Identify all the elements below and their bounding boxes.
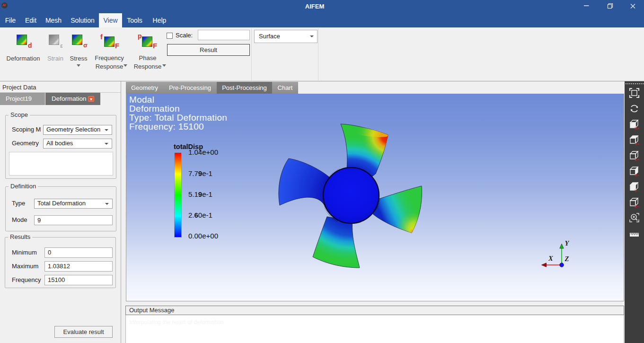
svg-text:Z+: Z+ [635,158,639,161]
svg-text:X−: X− [635,173,639,177]
svg-text:Y+: Y+ [635,142,639,146]
svg-text:Y: Y [565,239,570,247]
svg-text:Y−: Y− [635,189,639,193]
svg-text:X+: X+ [635,126,639,130]
svg-text:Z−: Z− [635,204,639,208]
svg-text:X: X [548,255,553,262]
svg-text:Z: Z [565,255,569,263]
